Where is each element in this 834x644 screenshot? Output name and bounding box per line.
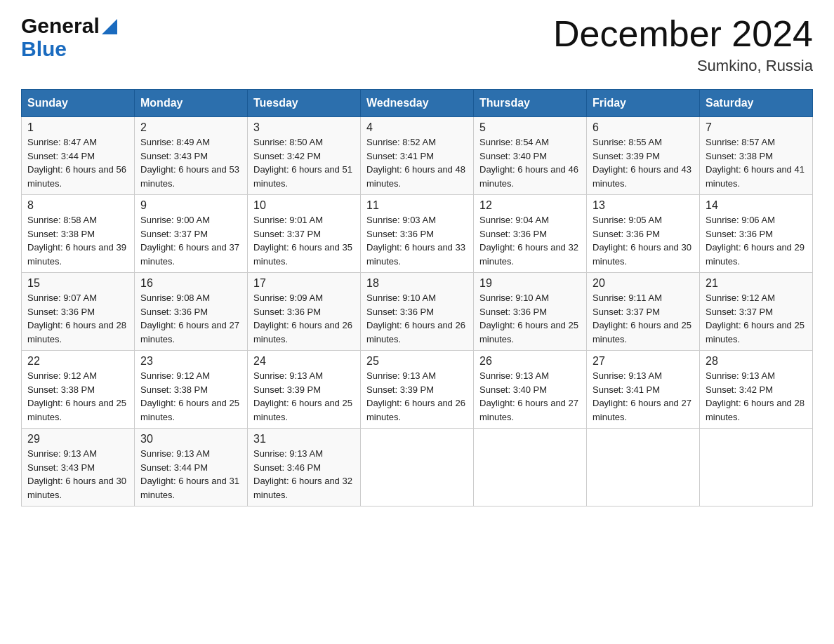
day-info: Sunrise: 8:58 AMSunset: 3:38 PMDaylight:…: [27, 215, 126, 267]
day-info: Sunrise: 9:06 AMSunset: 3:36 PMDaylight:…: [706, 215, 805, 267]
calendar-cell: 9 Sunrise: 9:00 AMSunset: 3:37 PMDayligh…: [135, 195, 248, 273]
day-info: Sunrise: 8:54 AMSunset: 3:40 PMDaylight:…: [479, 137, 578, 189]
day-number: 18: [366, 277, 468, 290]
day-number: 1: [27, 121, 128, 134]
calendar-cell: 8 Sunrise: 8:58 AMSunset: 3:38 PMDayligh…: [22, 195, 135, 273]
logo-triangle-icon: [102, 19, 117, 34]
day-info: Sunrise: 9:08 AMSunset: 3:36 PMDaylight:…: [140, 293, 239, 344]
calendar-cell: 13 Sunrise: 9:05 AMSunset: 3:36 PMDaylig…: [587, 195, 700, 273]
logo-general: General: [21, 14, 100, 37]
day-info: Sunrise: 9:13 AMSunset: 3:43 PMDaylight:…: [27, 448, 126, 500]
day-number: 23: [140, 355, 241, 368]
calendar-cell: 29 Sunrise: 9:13 AMSunset: 3:43 PMDaylig…: [22, 429, 135, 507]
location: Sumkino, Russia: [553, 57, 813, 75]
day-number: 2: [140, 121, 241, 134]
col-header-friday: Friday: [587, 90, 700, 117]
day-number: 17: [253, 277, 355, 290]
day-number: 22: [27, 355, 128, 368]
day-info: Sunrise: 9:13 AMSunset: 3:40 PMDaylight:…: [479, 370, 578, 422]
calendar-cell: 21 Sunrise: 9:12 AMSunset: 3:37 PMDaylig…: [700, 273, 813, 351]
calendar-week-row: 15 Sunrise: 9:07 AMSunset: 3:36 PMDaylig…: [22, 273, 813, 351]
calendar-cell: 5 Sunrise: 8:54 AMSunset: 3:40 PMDayligh…: [474, 117, 587, 195]
day-number: 4: [366, 121, 468, 134]
calendar-cell: 30 Sunrise: 9:13 AMSunset: 3:44 PMDaylig…: [135, 429, 248, 507]
day-info: Sunrise: 9:13 AMSunset: 3:46 PMDaylight:…: [253, 448, 352, 500]
calendar-cell: 18 Sunrise: 9:10 AMSunset: 3:36 PMDaylig…: [361, 273, 474, 351]
col-header-tuesday: Tuesday: [248, 90, 361, 117]
day-info: Sunrise: 8:47 AMSunset: 3:44 PMDaylight:…: [27, 137, 126, 189]
svg-marker-0: [102, 19, 117, 34]
calendar-cell: [587, 429, 700, 507]
calendar-week-row: 22 Sunrise: 9:12 AMSunset: 3:38 PMDaylig…: [22, 351, 813, 429]
calendar-cell: 20 Sunrise: 9:11 AMSunset: 3:37 PMDaylig…: [587, 273, 700, 351]
day-info: Sunrise: 9:12 AMSunset: 3:38 PMDaylight:…: [27, 370, 126, 422]
calendar-cell: 23 Sunrise: 9:12 AMSunset: 3:38 PMDaylig…: [135, 351, 248, 429]
month-title: December 2024: [553, 14, 813, 54]
day-number: 24: [253, 355, 355, 368]
calendar-cell: 10 Sunrise: 9:01 AMSunset: 3:37 PMDaylig…: [248, 195, 361, 273]
day-number: 6: [593, 121, 694, 134]
logo-blue: Blue: [21, 37, 67, 60]
calendar-cell: [361, 429, 474, 507]
calendar-week-row: 8 Sunrise: 8:58 AMSunset: 3:38 PMDayligh…: [22, 195, 813, 273]
day-info: Sunrise: 9:03 AMSunset: 3:36 PMDaylight:…: [366, 215, 465, 267]
day-info: Sunrise: 9:12 AMSunset: 3:37 PMDaylight:…: [706, 293, 805, 344]
day-info: Sunrise: 9:00 AMSunset: 3:37 PMDaylight:…: [140, 215, 239, 267]
day-info: Sunrise: 9:10 AMSunset: 3:36 PMDaylight:…: [479, 293, 578, 344]
day-info: Sunrise: 9:05 AMSunset: 3:36 PMDaylight:…: [593, 215, 691, 267]
day-number: 7: [706, 121, 807, 134]
calendar-cell: 7 Sunrise: 8:57 AMSunset: 3:38 PMDayligh…: [700, 117, 813, 195]
day-number: 5: [479, 121, 581, 134]
calendar-cell: 3 Sunrise: 8:50 AMSunset: 3:42 PMDayligh…: [248, 117, 361, 195]
calendar-cell: 2 Sunrise: 8:49 AMSunset: 3:43 PMDayligh…: [135, 117, 248, 195]
day-info: Sunrise: 8:50 AMSunset: 3:42 PMDaylight:…: [253, 137, 352, 189]
calendar-cell: 24 Sunrise: 9:13 AMSunset: 3:39 PMDaylig…: [248, 351, 361, 429]
calendar-cell: 26 Sunrise: 9:13 AMSunset: 3:40 PMDaylig…: [474, 351, 587, 429]
day-number: 28: [706, 355, 807, 368]
day-info: Sunrise: 9:10 AMSunset: 3:36 PMDaylight:…: [366, 293, 465, 344]
day-info: Sunrise: 9:12 AMSunset: 3:38 PMDaylight:…: [140, 370, 239, 422]
calendar-cell: 19 Sunrise: 9:10 AMSunset: 3:36 PMDaylig…: [474, 273, 587, 351]
day-info: Sunrise: 9:13 AMSunset: 3:39 PMDaylight:…: [253, 370, 352, 422]
calendar-cell: 17 Sunrise: 9:09 AMSunset: 3:36 PMDaylig…: [248, 273, 361, 351]
day-info: Sunrise: 8:55 AMSunset: 3:39 PMDaylight:…: [593, 137, 691, 189]
day-number: 3: [253, 121, 355, 134]
day-number: 12: [479, 199, 581, 212]
day-info: Sunrise: 8:52 AMSunset: 3:41 PMDaylight:…: [366, 137, 465, 189]
day-info: Sunrise: 9:13 AMSunset: 3:44 PMDaylight:…: [140, 448, 239, 500]
calendar-cell: [700, 429, 813, 507]
calendar-cell: 27 Sunrise: 9:13 AMSunset: 3:41 PMDaylig…: [587, 351, 700, 429]
calendar-cell: 31 Sunrise: 9:13 AMSunset: 3:46 PMDaylig…: [248, 429, 361, 507]
day-info: Sunrise: 8:49 AMSunset: 3:43 PMDaylight:…: [140, 137, 239, 189]
day-number: 26: [479, 355, 581, 368]
logo: General Blue: [21, 14, 117, 61]
calendar-cell: 6 Sunrise: 8:55 AMSunset: 3:39 PMDayligh…: [587, 117, 700, 195]
day-number: 8: [27, 199, 128, 212]
title-block: December 2024 Sumkino, Russia: [553, 14, 813, 75]
day-number: 16: [140, 277, 241, 290]
calendar-cell: 11 Sunrise: 9:03 AMSunset: 3:36 PMDaylig…: [361, 195, 474, 273]
calendar-table: SundayMondayTuesdayWednesdayThursdayFrid…: [21, 89, 813, 507]
calendar-cell: [474, 429, 587, 507]
calendar-cell: 22 Sunrise: 9:12 AMSunset: 3:38 PMDaylig…: [22, 351, 135, 429]
col-header-saturday: Saturday: [700, 90, 813, 117]
calendar-cell: 15 Sunrise: 9:07 AMSunset: 3:36 PMDaylig…: [22, 273, 135, 351]
calendar-cell: 4 Sunrise: 8:52 AMSunset: 3:41 PMDayligh…: [361, 117, 474, 195]
col-header-thursday: Thursday: [474, 90, 587, 117]
day-info: Sunrise: 9:01 AMSunset: 3:37 PMDaylight:…: [253, 215, 352, 267]
day-number: 27: [593, 355, 694, 368]
calendar-cell: 16 Sunrise: 9:08 AMSunset: 3:36 PMDaylig…: [135, 273, 248, 351]
day-info: Sunrise: 9:13 AMSunset: 3:39 PMDaylight:…: [366, 370, 465, 422]
day-info: Sunrise: 9:11 AMSunset: 3:37 PMDaylight:…: [593, 293, 691, 344]
calendar-header-row: SundayMondayTuesdayWednesdayThursdayFrid…: [22, 90, 813, 117]
calendar-cell: 25 Sunrise: 9:13 AMSunset: 3:39 PMDaylig…: [361, 351, 474, 429]
calendar-week-row: 1 Sunrise: 8:47 AMSunset: 3:44 PMDayligh…: [22, 117, 813, 195]
day-number: 30: [140, 433, 241, 445]
day-info: Sunrise: 9:09 AMSunset: 3:36 PMDaylight:…: [253, 293, 352, 344]
day-number: 31: [253, 433, 355, 445]
col-header-wednesday: Wednesday: [361, 90, 474, 117]
day-number: 29: [27, 433, 128, 445]
day-number: 11: [366, 199, 468, 212]
calendar-cell: 28 Sunrise: 9:13 AMSunset: 3:42 PMDaylig…: [700, 351, 813, 429]
day-number: 20: [593, 277, 694, 290]
